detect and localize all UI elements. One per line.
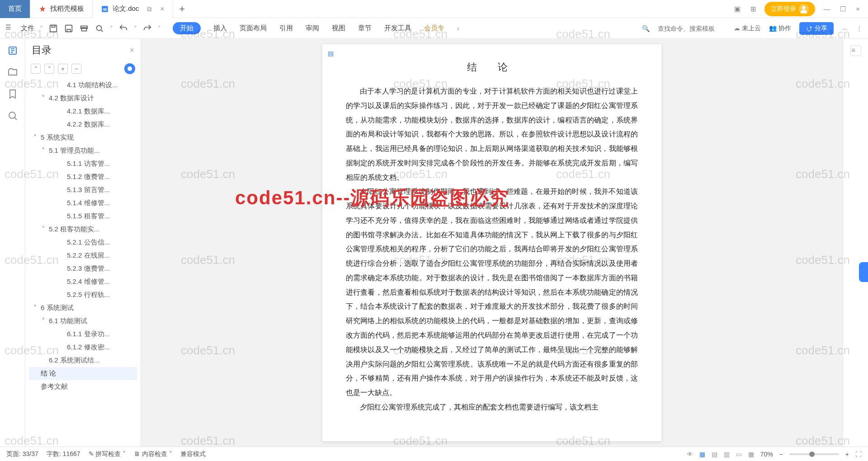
cloud-status[interactable]: ☁ 未上云	[734, 24, 761, 33]
toc-item[interactable]: 5.1.4 维修管...	[29, 197, 137, 210]
toc-item[interactable]: 4.2.2 数据库...	[29, 118, 137, 131]
toc-sync-icon[interactable]	[124, 63, 135, 74]
status-right: 👁 ▦ ▤ ▥ ▭ ▦ 70% − + ⛶	[687, 451, 862, 458]
side-pull-tab[interactable]	[859, 262, 868, 282]
save-icon[interactable]	[48, 24, 58, 33]
view-read-icon[interactable]: ▭	[736, 451, 742, 458]
folder-icon[interactable]	[7, 67, 18, 78]
svg-rect-3	[50, 25, 57, 32]
tab-home[interactable]: 首页	[0, 0, 30, 18]
toc-item[interactable]: 5.1.5 租客管...	[29, 210, 137, 223]
fullscreen-icon[interactable]: ⛶	[855, 451, 862, 458]
menu-icon[interactable]: ☰	[5, 24, 15, 33]
toc-item[interactable]: 6.1.1 登录功...	[29, 328, 137, 341]
toc-item[interactable]: 5.2.5 行程轨...	[29, 288, 137, 301]
zoom-value[interactable]: 70%	[760, 451, 773, 458]
undo-icon[interactable]	[118, 24, 128, 33]
menu-insert[interactable]: 插入	[213, 24, 227, 33]
toc-item[interactable]: 5.1.2 缴费管...	[29, 170, 137, 183]
save-as-icon[interactable]	[64, 24, 74, 33]
toc-item[interactable]: 5.2.4 维修管...	[29, 275, 137, 288]
toc-item[interactable]: 5.2.3 缴费管...	[29, 262, 137, 275]
menu-start[interactable]: 开始	[173, 22, 201, 34]
status-words[interactable]: 字数: 11667	[47, 450, 80, 458]
toc-add-icon[interactable]: +	[58, 64, 68, 74]
zoom-out-button[interactable]: −	[779, 451, 783, 458]
toc-list: 4.1 功能结构设...˅4.2 数据库设计4.2.1 数据库...4.2.2 …	[25, 78, 141, 447]
view-web-icon[interactable]: ▥	[724, 451, 730, 458]
login-button[interactable]: 立即登录	[764, 2, 815, 16]
tab-add-button[interactable]: +	[173, 3, 191, 15]
ribbon-collapse-icon[interactable]: ︿	[842, 24, 848, 33]
bookmark-icon[interactable]	[7, 89, 18, 99]
toc-remove-icon[interactable]: −	[71, 64, 81, 74]
toc-close-icon[interactable]: ×	[129, 46, 134, 55]
menu-dev-tools[interactable]: 开发工具	[384, 24, 411, 33]
toc-item[interactable]: ˅6 系统测试	[29, 301, 137, 315]
toc-item[interactable]: 参考文献	[29, 380, 137, 393]
search-panel-icon[interactable]	[7, 110, 18, 121]
toc-collapse-all-icon[interactable]: ˅	[31, 64, 41, 74]
outline-icon[interactable]	[7, 45, 18, 56]
menu-section[interactable]: 章节	[358, 24, 372, 33]
print-preview-icon[interactable]	[94, 24, 104, 33]
right-panel-toggle-icon[interactable]: ≡	[850, 45, 861, 56]
menu-view[interactable]: 视图	[332, 24, 345, 33]
view-page-icon[interactable]: ▦	[699, 451, 705, 458]
toc-item[interactable]: 6.2 系统测试结...	[29, 354, 137, 367]
window-minimize-button[interactable]: —	[821, 5, 832, 13]
toc-item[interactable]: 6.1.2 修改密...	[29, 341, 137, 354]
zoom-in-button[interactable]: +	[845, 451, 849, 458]
toc-expand-all-icon[interactable]: ˄	[44, 64, 54, 74]
tab-document-label: 论文.doc	[113, 5, 139, 13]
window-maximize-button[interactable]: ☐	[838, 5, 848, 13]
command-search-input[interactable]	[658, 25, 726, 32]
toc-item[interactable]: 5.2.1 公告信...	[29, 236, 137, 249]
apps-icon[interactable]: ⊞	[749, 5, 758, 13]
tab-document[interactable]: W 论文.doc ⧉ ×	[93, 0, 173, 18]
menu-member[interactable]: 会员专	[424, 24, 444, 33]
toc-item[interactable]: ˅5.1 管理员功能...	[29, 144, 137, 157]
tab-restore-icon[interactable]: ⧉	[147, 5, 152, 13]
file-menu[interactable]: 文件	[21, 24, 34, 33]
toc-item[interactable]: 5.2.2 在线留...	[29, 249, 137, 262]
view-grid-icon[interactable]: ▦	[748, 451, 754, 458]
share-button[interactable]: ⮍分享	[799, 22, 834, 35]
svg-point-10	[9, 112, 15, 118]
redo-icon[interactable]	[142, 24, 152, 33]
right-rail: ≡	[843, 39, 868, 447]
status-page[interactable]: 页面: 33/37	[6, 450, 38, 458]
collab-button[interactable]: 👥 协作	[769, 24, 791, 33]
toc-item[interactable]: 5.1.3 留言管...	[29, 183, 137, 197]
svg-rect-5	[66, 25, 72, 32]
layout-icon[interactable]: ▣	[732, 5, 742, 13]
search-icon[interactable]: 🔍	[642, 25, 650, 32]
eye-icon[interactable]: 👁	[687, 451, 693, 458]
print-icon[interactable]	[79, 24, 89, 33]
toc-item[interactable]: ˅5 系统实现	[29, 131, 137, 144]
toc-item[interactable]: 结 论	[29, 367, 137, 380]
toc-item[interactable]: ˅5.2 租客功能实...	[29, 223, 137, 236]
svg-point-8	[97, 25, 102, 30]
avatar-icon	[799, 4, 809, 14]
zoom-slider[interactable]	[789, 453, 839, 455]
menu-review[interactable]: 审阅	[306, 24, 319, 33]
menu-page-layout[interactable]: 页面布局	[240, 24, 267, 33]
menu-references[interactable]: 引用	[279, 24, 293, 33]
toc-item[interactable]: 5.1.1 访客管...	[29, 157, 137, 170]
menu-more-icon[interactable]: ›	[457, 24, 459, 32]
status-spellcheck[interactable]: ✎ 拼写检查 ˅	[89, 450, 126, 458]
toc-item[interactable]: ˅6.1 功能测试	[29, 315, 137, 328]
toc-item[interactable]: 4.1 功能结构设...	[29, 79, 137, 92]
status-bar: 页面: 33/37 字数: 11667 ✎ 拼写检查 ˅ 🗎 内容检查 ˅ 兼容…	[0, 447, 868, 461]
left-rail	[0, 39, 25, 447]
status-content-check[interactable]: 🗎 内容检查 ˅	[134, 450, 172, 458]
more-icon[interactable]: ⋮	[856, 25, 863, 32]
tab-close-icon[interactable]: ×	[160, 5, 164, 13]
tab-template[interactable]: 找稻壳模板	[30, 0, 93, 18]
document-area[interactable]: ▤ 结 论 由于本人学习的是计算机方面的专业，对于计算机软件方面的相关知识也进行…	[141, 39, 843, 447]
view-outline-icon[interactable]: ▤	[712, 451, 717, 458]
toc-item[interactable]: 4.2.1 数据库...	[29, 105, 137, 118]
window-close-button[interactable]: ×	[854, 5, 862, 13]
toc-item[interactable]: ˅4.2 数据库设计	[29, 92, 137, 105]
